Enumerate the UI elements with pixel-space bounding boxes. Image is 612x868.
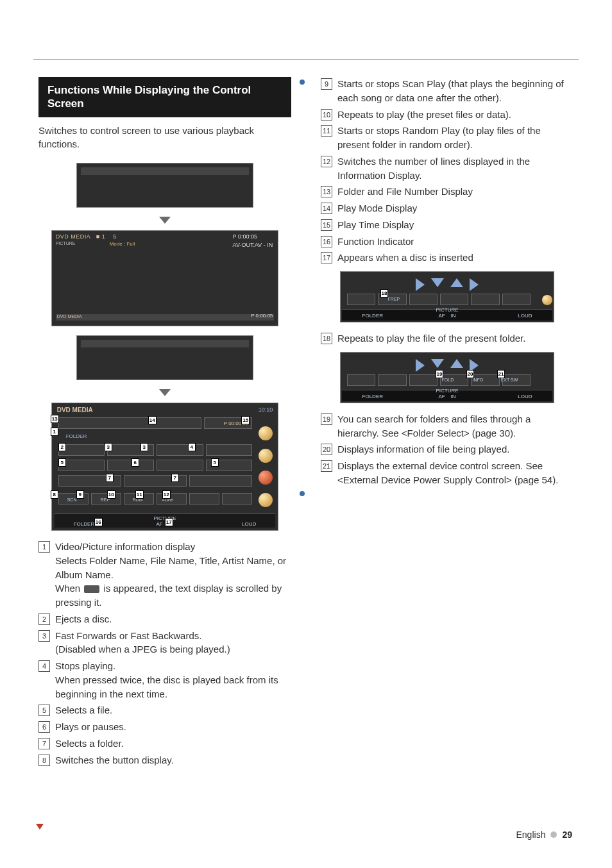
item-number-box: 19	[321, 413, 332, 425]
section-heading-text: Functions While Displaying the Control S…	[47, 84, 251, 110]
item-text: Repeats to play the file of the present …	[337, 331, 574, 346]
item-text: You can search for folders and files thr…	[337, 412, 574, 440]
description-item: 16Function Indicator	[321, 235, 574, 249]
item-text: Switches the number of lines displayed i…	[337, 154, 574, 183]
item-number-box: 12	[321, 156, 332, 167]
item-number-box: 9	[321, 78, 332, 90]
figure-control-strip-frep: FREP 18 FOLDER PICTURE AF IN LOUD	[340, 271, 555, 322]
description-item: 15Play Time Display	[321, 218, 574, 232]
page-top-rule	[33, 59, 579, 60]
section-heading: Functions While Displaying the Control S…	[38, 77, 291, 117]
description-item: 1Video/Picture information displaySelect…	[38, 540, 291, 610]
right-column: 9Starts or stops Scan Play (that plays t…	[321, 77, 574, 769]
item-text: Play Time Display	[337, 218, 574, 232]
right-item-list-a: 9Starts or stops Scan Play (that plays t…	[321, 77, 574, 265]
item-text: Video/Picture information displaySelects…	[55, 540, 291, 610]
figure-device-faceplate-2	[76, 335, 253, 380]
description-item: 2Ejects a disc.	[38, 612, 291, 626]
item-number-box: 8	[38, 755, 50, 766]
description-item: 20Displays information of file being pla…	[321, 442, 574, 456]
arrow-down-icon	[159, 217, 171, 224]
arrow-down-icon	[159, 389, 171, 396]
description-item: 21Displays the external device control s…	[321, 459, 574, 487]
fig-label-dvd: DVD MEDIA	[56, 233, 90, 240]
description-item: 18Repeats to play the file of the presen…	[321, 331, 574, 346]
continue-indicator-icon	[36, 824, 44, 830]
item-number-box: 16	[321, 236, 332, 247]
left-item-list: 1Video/Picture information displaySelect…	[38, 540, 291, 767]
fig-clock: 10:10	[259, 406, 273, 414]
footer-language: English	[516, 828, 546, 841]
item-text: Folder and File Number Display	[337, 185, 574, 199]
item-number-box: 5	[38, 705, 50, 716]
figure-device-faceplate-1	[76, 163, 253, 208]
item-number-box: 13	[321, 186, 332, 197]
item-text: Switches the button display.	[55, 753, 291, 767]
item-number-box: 7	[38, 738, 50, 749]
item-number-box: 4	[38, 660, 50, 672]
right-item-list-b: 18Repeats to play the file of the presen…	[321, 331, 574, 346]
right-item-list-c: 19You can search for folders and files t…	[321, 412, 574, 487]
item-number-box: 21	[321, 460, 332, 472]
item-number-box: 1	[38, 541, 50, 553]
description-item: 3Fast Forwards or Fast Backwards.(Disabl…	[38, 629, 291, 657]
item-text: Fast Forwards or Fast Backwards.(Disable…	[55, 629, 291, 657]
description-item: 6Plays or pauses.	[38, 720, 291, 734]
item-number-box: 2	[38, 613, 50, 625]
page-footer: English 29	[516, 828, 573, 841]
description-item: 11Starts or stops Random Play (to play f…	[321, 124, 574, 152]
item-text: Repeats to play (the preset files or dat…	[337, 108, 574, 122]
footer-bullet-icon	[550, 831, 557, 838]
fig-dvd-media-title: DVD MEDIA	[57, 406, 93, 415]
description-item: 12Switches the number of lines displayed…	[321, 154, 574, 183]
description-item: 9Starts or stops Scan Play (that plays t…	[321, 77, 574, 105]
item-text: Selects a folder.	[55, 737, 291, 751]
item-number-box: 14	[321, 203, 332, 214]
item-text: Play Mode Display	[337, 201, 574, 215]
description-item: 8Switches the button display.	[38, 753, 291, 767]
section-intro: Switches to control screen to use variou…	[38, 124, 291, 152]
two-column-layout: Functions While Displaying the Control S…	[38, 77, 574, 769]
item-text: Function Indicator	[337, 235, 574, 249]
item-number-box: 15	[321, 219, 332, 231]
description-item: 13Folder and File Number Display	[321, 185, 574, 199]
item-number-box: 18	[321, 333, 332, 344]
item-number-box: 6	[38, 721, 50, 733]
item-number-box: 20	[321, 444, 332, 455]
item-text: Displays the external device control scr…	[337, 459, 574, 487]
description-item: 14Play Mode Display	[321, 201, 574, 215]
item-number-box: 3	[38, 630, 50, 642]
footer-page-number: 29	[562, 828, 572, 841]
figure-playback-overlay: DVD MEDIA ■ 1 5 P 0:00:05 AV-OUT:AV - IN…	[51, 230, 279, 326]
item-number-box: 11	[321, 125, 332, 137]
item-text: Ejects a disc.	[55, 612, 291, 626]
figure-control-strip-fold: FOLD INFO EXT SW 19 20 21 FOLDER PICTURE…	[340, 352, 555, 403]
item-number-box: 10	[321, 109, 332, 121]
description-item: 4Stops playing.When pressed twice, the d…	[38, 659, 291, 701]
item-text: Starts or stops Scan Play (that plays th…	[337, 77, 574, 105]
description-item: 7Selects a folder.	[38, 737, 291, 751]
item-number-box: 17	[321, 252, 332, 263]
description-item: 10Repeats to play (the preset files or d…	[321, 108, 574, 122]
left-column: Functions While Displaying the Control S…	[38, 77, 291, 769]
range-end-dot-icon	[300, 79, 305, 85]
figure-control-menu-annotated: DVD MEDIA 10:10 P 00:00:05 FOLDER	[51, 403, 279, 531]
item-text: Starts or stops Random Play (to play fil…	[337, 124, 574, 152]
description-item: 5Selects a file.	[38, 703, 291, 717]
item-text: Selects a file.	[55, 703, 291, 717]
item-text: Appears when a disc is inserted	[337, 251, 574, 265]
scroll-indicator-icon	[84, 585, 99, 593]
description-item: 17Appears when a disc is inserted	[321, 251, 574, 265]
item-text: Displays information of file being playe…	[337, 442, 574, 456]
range-end-dot-icon	[300, 491, 305, 496]
description-item: 19You can search for folders and files t…	[321, 412, 574, 440]
item-text: Stops playing.When pressed twice, the di…	[55, 659, 291, 701]
item-text: Plays or pauses.	[55, 720, 291, 734]
